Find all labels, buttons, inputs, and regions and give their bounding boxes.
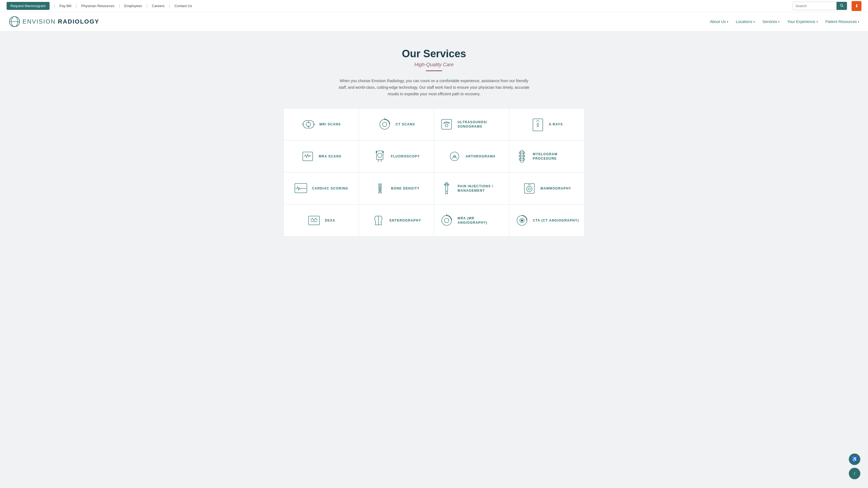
service-item-arthrograms[interactable]: ARTHROGRAMS [434,140,509,172]
pain-injections-icon [439,181,454,196]
pay-bill-link[interactable]: Pay Bill [59,4,71,8]
service-item-myelogram-procedure[interactable]: MYELOGRAM PROCEDURE [509,140,585,172]
page-title: Our Services [22,48,846,60]
service-label-x-rays: X-RAYS [549,122,563,127]
enterography-icon [371,213,385,228]
nav-about-us[interactable]: About Us ▾ [710,20,728,24]
service-item-mri-scans[interactable]: MRI SCANS [284,108,359,140]
service-item-bone-density[interactable]: BONE DENSITY [359,172,434,204]
nav-patient-resources[interactable]: Patient Resources ▾ [826,20,859,24]
bone-density-icon [373,181,387,196]
search-input[interactable] [793,2,836,9]
svg-line-1 [842,6,843,7]
service-label-arthrograms: ARTHROGRAMS [466,154,495,159]
ct-angiography-icon [515,213,529,228]
nav-locations[interactable]: Locations ▾ [736,20,755,24]
separator-1: | [54,4,55,8]
svg-rect-27 [519,152,525,154]
svg-rect-14 [442,120,452,129]
svg-point-22 [376,152,377,153]
services-title-section: Our Services High-Quality Care When you … [22,48,846,97]
employees-link[interactable]: Employees [124,4,142,8]
main-content: Our Services High-Quality Care When you … [0,32,868,253]
service-label-ultrasounds-sonograms: ULTRASOUNDS/ SONOGRAMS [458,120,504,129]
physician-resources-link[interactable]: Physician Resources [81,4,114,8]
service-label-ct-scans: CT SCANS [396,122,415,127]
careers-link[interactable]: Careers [152,4,164,8]
service-item-ct-scans[interactable]: CT SCANS [359,108,434,140]
svg-rect-17 [303,152,313,161]
service-item-mra-mr-angiography[interactable]: MRA (MR ANGIOGRAPHY) [434,204,509,236]
svg-rect-32 [444,184,449,185]
service-item-pain-injections[interactable]: PAIN INJECTIONS / MANAGEMENT [434,172,509,204]
svg-rect-29 [519,159,525,160]
service-item-dexa[interactable]: DEXA [284,204,359,236]
main-nav: About Us ▾ Locations ▾ Services ▾ Your E… [710,20,859,24]
mammography-icon [522,181,536,196]
service-item-x-rays[interactable]: X-RAYS [509,108,585,140]
svg-point-23 [382,152,383,153]
service-label-mra-mr-angiography: MRA (MR ANGIOGRAPHY) [458,216,504,225]
download-button[interactable]: ⬇ [851,1,861,11]
chevron-down-icon: ▾ [727,20,728,23]
top-bar: Request Mammogram | Pay Bill | Physician… [0,0,868,12]
logo-text: ENVISION RADIOLOGY [23,18,99,25]
ultrasound-icon [439,117,454,131]
service-label-myelogram-procedure: MYELOGRAM PROCEDURE [533,152,579,161]
chevron-down-icon: ▾ [753,20,755,23]
svg-point-19 [377,153,382,158]
logo[interactable]: ENVISION RADIOLOGY [9,16,99,27]
service-item-cta-ct-angiography[interactable]: CTA (CT ANGIOGRAPHY) [509,204,585,236]
cardiac-icon [294,181,308,196]
service-label-mra-scans: MRA SCANS [319,154,341,159]
search-button[interactable] [836,2,847,10]
service-item-enterography[interactable]: ENTEROGRAPHY [359,204,434,236]
mra-icon [301,149,315,163]
chevron-down-icon: ▾ [816,20,818,23]
chevron-down-icon: ▾ [778,20,779,23]
nav-your-experience[interactable]: Your Experience ▾ [787,20,817,24]
myelogram-icon [515,149,529,163]
svg-point-12 [382,122,387,127]
service-item-cardiac-scoring[interactable]: CARDIAC SCORING [284,172,359,204]
mri-icon [301,117,316,131]
service-label-dexa: DEXA [325,218,335,223]
service-item-fluoroscopy[interactable]: FLUOROSCOPY [359,140,434,172]
svg-point-45 [521,219,523,222]
search-container [793,2,847,10]
svg-point-15 [445,124,448,127]
dexa-icon [307,213,321,228]
svg-rect-28 [519,155,525,157]
xray-icon [531,117,545,131]
svg-point-0 [840,4,842,6]
title-divider [426,70,442,71]
svg-line-20 [378,160,379,162]
header: ENVISION RADIOLOGY About Us ▾ Locations … [0,12,868,32]
svg-point-35 [527,186,532,192]
services-description: When you choose Envision Radiology, you … [338,78,530,97]
chevron-down-icon: ▾ [858,20,859,23]
service-item-ultrasounds-sonograms[interactable]: ULTRASOUNDS/ SONOGRAMS [434,108,509,140]
service-label-fluoroscopy: FLUOROSCOPY [391,154,420,159]
service-label-bone-density: BONE DENSITY [391,186,420,191]
service-item-mammography[interactable]: MAMMOGRAPHY [509,172,585,204]
services-grid: MRI SCANSCT SCANSULTRASOUNDS/ SONOGRAMSX… [283,108,585,237]
service-label-pain-injections: PAIN INJECTIONS / MANAGEMENT [458,184,504,193]
request-mammogram-button[interactable]: Request Mammogram [7,2,50,10]
service-item-mra-scans[interactable]: MRA SCANS [284,140,359,172]
nav-services[interactable]: Services ▾ [763,20,780,24]
logo-icon [9,16,20,27]
service-label-mri-scans: MRI SCANS [319,122,341,127]
service-label-mammography: MAMMOGRAPHY [540,186,571,191]
svg-line-21 [381,160,381,162]
svg-point-36 [528,188,530,190]
svg-point-41 [444,218,449,223]
arthrograms-icon [447,149,462,163]
separator-4: | [146,4,147,8]
mr-angiography-icon [439,213,454,228]
fluoroscopy-icon [373,149,387,163]
separator-2: | [75,4,77,8]
download-icon: ⬇ [855,3,859,8]
contact-us-link[interactable]: Contact Us [175,4,192,8]
service-label-cta-ct-angiography: CTA (CT ANGIOGRAPHY) [533,218,579,223]
